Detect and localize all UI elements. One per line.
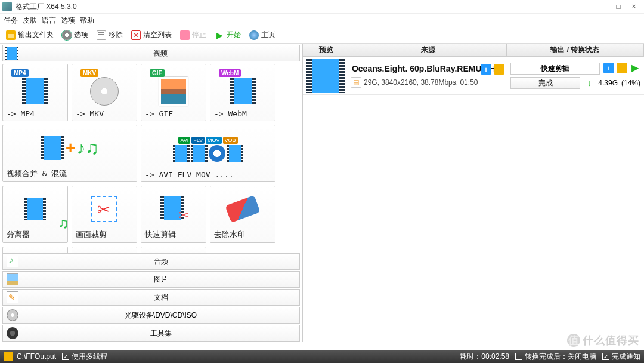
tile-multi-format[interactable]: AVIFLVMOVVOB -> AVI FLV MOV .... bbox=[141, 125, 275, 182]
eraser-icon bbox=[225, 195, 260, 223]
tile-gif[interactable]: GIF -> GIF bbox=[141, 64, 206, 121]
document-icon[interactable]: ▤ bbox=[351, 77, 361, 88]
notify-checkbox[interactable]: ✓ bbox=[602, 353, 609, 360]
header-source[interactable]: 来源 bbox=[349, 44, 507, 56]
download-arrow-icon: ↓ bbox=[584, 78, 595, 88]
source-metadata: 29G, 3840x2160, 38.78Mbps, 01:50 bbox=[364, 78, 478, 87]
output-size: 4.39G bbox=[598, 79, 618, 87]
video-icon bbox=[5, 47, 18, 60]
options-button[interactable]: 选项 bbox=[60, 29, 91, 41]
category-video-header[interactable]: 视频 bbox=[2, 45, 300, 61]
category-audio[interactable]: 音频 bbox=[2, 253, 300, 270]
tile-partial[interactable] bbox=[141, 247, 206, 253]
clock-icon bbox=[209, 145, 225, 162]
tile-partial[interactable] bbox=[2, 247, 68, 253]
app-icon bbox=[2, 2, 12, 11]
task-list-header: 预览 来源 输出 / 转换状态 bbox=[303, 44, 644, 57]
globe-icon bbox=[249, 30, 259, 40]
film-icon bbox=[22, 78, 48, 104]
music-icon bbox=[7, 256, 18, 267]
disc-icon bbox=[90, 77, 119, 106]
menu-language[interactable]: 语言 bbox=[42, 16, 56, 26]
tile-merge[interactable]: + ♪♫ 视频合并 & 混流 bbox=[2, 125, 137, 182]
film-icon bbox=[173, 145, 190, 162]
title-bar: 格式工厂 X64 5.3.0 — □ × bbox=[0, 0, 644, 14]
folder-icon[interactable] bbox=[494, 64, 504, 75]
folder-icon[interactable] bbox=[4, 352, 13, 361]
music-note-icon: ♫ bbox=[58, 215, 69, 232]
task-status: 完成 bbox=[510, 77, 580, 89]
status-bar: C:\FFOutput ✓ 使用多线程 耗时： 00:02:58 转换完成后：关… bbox=[0, 350, 644, 363]
elapsed-time: 00:02:58 bbox=[481, 352, 509, 361]
start-button[interactable]: ▶开始 bbox=[212, 29, 243, 41]
category-disc[interactable]: 光驱设备\DVD\CD\ISO bbox=[2, 307, 300, 324]
header-preview[interactable]: 预览 bbox=[303, 44, 349, 56]
menu-bar: 任务 皮肤 语言 选项 帮助 bbox=[0, 14, 644, 27]
disc-icon bbox=[7, 309, 18, 321]
home-button[interactable]: 主页 bbox=[247, 29, 278, 41]
tile-webm[interactable]: WebM -> WebM bbox=[210, 64, 275, 121]
document-icon bbox=[97, 30, 106, 40]
category-tools[interactable]: 工具集 bbox=[2, 325, 300, 342]
tile-remove-watermark[interactable]: 去除水印 bbox=[210, 186, 275, 243]
notify-label: 完成通知 bbox=[612, 352, 640, 362]
film-icon bbox=[230, 78, 256, 104]
clear-list-button[interactable]: ×清空列表 bbox=[129, 29, 174, 41]
window-title: 格式工厂 X64 5.3.0 bbox=[16, 2, 595, 12]
task-thumbnail bbox=[306, 59, 345, 93]
tile-crop[interactable]: 画面裁剪 bbox=[72, 186, 137, 243]
stop-button[interactable]: 停止 bbox=[178, 29, 209, 41]
watermark: 值 什么值得买 bbox=[567, 333, 639, 347]
plus-icon: + bbox=[66, 139, 75, 158]
info-icon[interactable]: i bbox=[481, 64, 491, 75]
task-operation-label: 快速剪辑 bbox=[510, 63, 600, 75]
minimize-button[interactable]: — bbox=[595, 2, 611, 11]
menu-help[interactable]: 帮助 bbox=[80, 16, 94, 26]
tile-mkv[interactable]: MKV -> MKV bbox=[72, 64, 137, 121]
film-icon bbox=[24, 198, 46, 220]
crop-icon bbox=[91, 196, 117, 222]
info-icon[interactable]: i bbox=[603, 63, 614, 73]
tile-mp4[interactable]: MP4 -> MP4 bbox=[2, 64, 68, 121]
photo-icon bbox=[159, 77, 188, 106]
output-folder-button[interactable]: 输出文件夹 bbox=[4, 29, 56, 41]
play-icon[interactable]: ▶ bbox=[630, 63, 640, 73]
category-image[interactable]: 图片 bbox=[2, 271, 300, 288]
output-percent: (14%) bbox=[621, 79, 640, 87]
maximize-button[interactable]: □ bbox=[611, 2, 626, 11]
elapsed-label: 耗时： bbox=[460, 352, 481, 362]
tile-partial[interactable] bbox=[72, 247, 137, 253]
multithread-label: 使用多线程 bbox=[72, 352, 107, 362]
output-path[interactable]: C:\FFOutput bbox=[17, 352, 56, 361]
after-done-label: 转换完成后：关闭电脑 bbox=[525, 352, 596, 362]
stop-icon bbox=[180, 30, 190, 40]
picture-icon bbox=[7, 273, 18, 285]
film-icon bbox=[41, 136, 64, 160]
pencil-icon bbox=[7, 291, 18, 303]
gear-icon bbox=[62, 30, 72, 40]
x-icon: × bbox=[131, 30, 141, 40]
folder-icon bbox=[6, 30, 16, 40]
menu-task[interactable]: 任务 bbox=[4, 16, 18, 26]
header-status[interactable]: 输出 / 转换状态 bbox=[507, 44, 644, 56]
after-done-checkbox[interactable] bbox=[515, 353, 522, 360]
play-icon: ▶ bbox=[215, 30, 224, 40]
gear-icon bbox=[7, 327, 18, 339]
toolbar: 输出文件夹 选项 移除 ×清空列表 停止 ▶开始 主页 bbox=[0, 27, 644, 44]
menu-skin[interactable]: 皮肤 bbox=[23, 16, 37, 26]
tile-quick-edit[interactable]: 快速剪辑 bbox=[141, 186, 206, 243]
right-panel: 预览 来源 输出 / 转换状态 i Oceans.Eight. 60p.BluR… bbox=[303, 44, 644, 342]
category-document[interactable]: 文档 bbox=[2, 289, 300, 306]
music-note-icon: ♪♫ bbox=[76, 138, 99, 158]
scissors-icon bbox=[160, 196, 187, 222]
multithread-checkbox[interactable]: ✓ bbox=[62, 353, 69, 360]
task-row[interactable]: i Oceans.Eight. 60p.BluRay.REMUX.HE\ ▤ 2… bbox=[303, 57, 644, 95]
tile-separator[interactable]: ♫ 分离器 bbox=[2, 186, 68, 243]
remove-button[interactable]: 移除 bbox=[94, 29, 125, 41]
close-button[interactable]: × bbox=[626, 2, 642, 11]
video-tiles: MP4 -> MP4 MKV -> MKV GIF -> GIF WebM ->… bbox=[0, 61, 302, 253]
menu-options[interactable]: 选项 bbox=[61, 16, 75, 26]
folder-icon[interactable] bbox=[617, 63, 627, 73]
left-panel: 视频 MP4 -> MP4 MKV -> MKV GIF -> GIF WebM bbox=[0, 44, 303, 342]
